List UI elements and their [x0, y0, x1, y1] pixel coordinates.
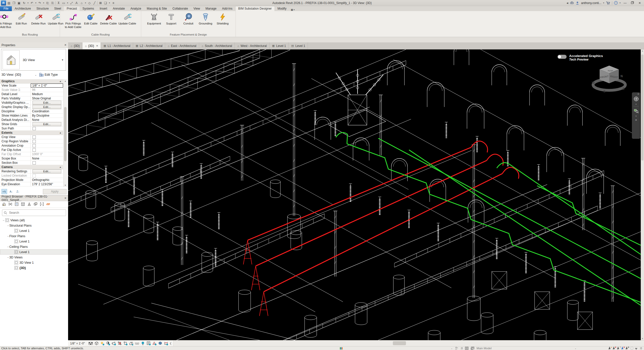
search-input[interactable] [9, 211, 64, 215]
qat-caret-icon[interactable]: ▾ [35, 1, 37, 5]
property-value[interactable]: 1000' 0" [31, 152, 63, 156]
edit-button[interactable]: Edit... [33, 122, 61, 126]
account-name[interactable]: anthony.conti... [581, 1, 601, 5]
visual-style-icon[interactable] [94, 341, 99, 345]
drawing-viewport[interactable]: Accelerated Graphics Tech Preview TOPFRO… [68, 49, 641, 340]
worksharing-icon[interactable] [340, 347, 343, 349]
pin-icon[interactable]: ⊼ [56, 1, 61, 5]
section-header-extents[interactable]: Extents▲ [0, 131, 63, 135]
checkbox[interactable] [33, 127, 36, 130]
properties-header[interactable]: Properties ✕ [0, 42, 68, 48]
ribbon-tab-view[interactable]: View [191, 6, 203, 11]
temporary-view-properties-icon[interactable] [147, 341, 151, 345]
edit-run-button[interactable]: Edit Run [13, 12, 30, 26]
browser-search-box[interactable] [2, 209, 66, 216]
ribbon-tab-annotate[interactable]: Annotate [110, 6, 128, 11]
project-browser-header[interactable]: Project Browser - PREFIX-138-01-0001_Sim… [0, 196, 68, 201]
drag-on-selection-icon[interactable]: ✛ [626, 347, 629, 350]
browser-groups-icon[interactable] [34, 202, 38, 207]
crop-region-icon[interactable] [123, 341, 128, 345]
support-button[interactable]: Support [163, 12, 180, 26]
navbar-close-icon[interactable]: ✕ [637, 93, 639, 95]
checkbox[interactable] [33, 140, 36, 143]
worksets-caret-icon[interactable]: ⌄ [451, 347, 453, 349]
ribbon-tab-precast[interactable]: Precast [64, 6, 80, 11]
selection-filter-icon[interactable] [635, 348, 637, 350]
sun-path-icon[interactable] [100, 341, 104, 345]
close-hidden-windows-icon[interactable]: ⊠ [98, 1, 103, 5]
browser-links-icon[interactable] [46, 202, 50, 207]
tree-collapse-icon[interactable]: − [7, 224, 9, 227]
edit-button[interactable]: Edit... [33, 169, 61, 173]
tree-item-3d-views[interactable]: −3D Views [0, 255, 68, 260]
sync-icon[interactable]: ↻ [22, 1, 26, 5]
select-by-face-icon[interactable]: ✕ [622, 347, 625, 350]
switch-windows-icon[interactable]: ❏ [103, 1, 108, 5]
crop-view-icon[interactable] [118, 341, 122, 345]
account-caret-icon[interactable]: ▾ [603, 2, 604, 4]
checkbox[interactable] [33, 144, 36, 147]
property-value[interactable]: None [31, 156, 63, 160]
view-tab--3d-[interactable]: ⌂{3D} [68, 42, 82, 49]
view-tab-level-1[interactable]: ▦Level 1 [270, 42, 289, 49]
instance-caret-icon[interactable]: ⌄ [35, 73, 37, 76]
view-tab-south-architectural[interactable]: ⌂South - Architectural [199, 42, 235, 49]
undo-icon[interactable]: ↶ [30, 1, 34, 5]
view-tab-level-1[interactable]: ▤Level 1 [289, 42, 308, 49]
steering-wheel-icon[interactable] [634, 96, 639, 102]
workset-dialog-icon[interactable] [465, 347, 469, 350]
pick-fittings-to-add-bus-button[interactable]: Pick Fittings to Add Bus [0, 12, 13, 30]
equipment-button[interactable]: Equipment [145, 12, 163, 26]
view-tab-l2-architectural[interactable]: ▦L2 - Architectural [133, 42, 165, 49]
type-selector[interactable]: 3D View ▼ [1, 49, 66, 71]
avatar-icon[interactable] [576, 1, 579, 5]
canvas-vertical-scrollbar[interactable]: ▲ ▼ [641, 49, 644, 340]
navbar-caret-icon[interactable]: ▼ [635, 115, 637, 117]
apply-button[interactable]: Apply [43, 189, 67, 194]
property-value[interactable]: By Discipline [31, 114, 63, 118]
accelerated-graphics-toggle[interactable] [558, 55, 567, 59]
ribbon-tab-collaborate[interactable]: Collaborate [170, 6, 191, 11]
reveal-hidden-icon[interactable] [141, 341, 145, 345]
property-value[interactable]: Coordination [31, 109, 63, 113]
tag-icon[interactable]: ◇ [87, 1, 92, 5]
browser-refs-icon[interactable] [40, 202, 44, 207]
ribbon-tab-massing-site[interactable]: Massing & Site [144, 6, 170, 11]
qat-caret-icon[interactable]: ▾ [67, 1, 69, 5]
zoom-tool-icon[interactable] [634, 108, 639, 114]
properties-close-icon[interactable]: ✕ [64, 43, 67, 47]
tree-collapse-icon[interactable]: − [7, 256, 9, 259]
minimize-button[interactable]: — [622, 1, 628, 5]
editable-only-icon[interactable] [455, 347, 458, 350]
edit-cable-button[interactable]: Edit Cable [82, 12, 99, 26]
ribbon-tab-structure[interactable]: Structure [34, 6, 51, 11]
ribbon-tab-add-ins[interactable]: Add-Ins [219, 6, 235, 11]
navbar-options-icon[interactable]: ≡ [635, 118, 637, 121]
help-caret-icon[interactable]: ▾ [620, 2, 621, 4]
workset-caret-icon[interactable]: ⌄ [575, 347, 576, 349]
qat-caret-icon[interactable]: ▾ [84, 1, 86, 5]
canvas-scroll-down-icon[interactable]: ▼ [641, 337, 644, 340]
tree-item-level-1[interactable]: Level 1 [0, 239, 68, 244]
scroll-down-icon[interactable]: ▼ [64, 183, 67, 187]
sort-az-icon[interactable]: A↓ [8, 189, 14, 194]
tree-item-level-1[interactable]: Level 1 [0, 249, 68, 255]
ribbon-tab-systems[interactable]: Systems [80, 6, 97, 11]
view-control-collapse-icon[interactable]: ❮ [168, 342, 173, 345]
conduit-button[interactable]: Conduit [180, 12, 197, 26]
ribbon-tab-bim-substation-designer[interactable]: BIM Substation Designer [235, 6, 275, 11]
tree-collapse-icon[interactable]: − [2, 219, 5, 222]
store-cart-icon[interactable] [606, 1, 610, 5]
ribbon-display-caret-icon[interactable]: ▾ [294, 9, 295, 11]
search-icon[interactable] [570, 1, 574, 5]
select-pinned-icon[interactable]: ⊺ [618, 347, 620, 350]
text-icon[interactable]: A [74, 1, 79, 5]
view-tab-east-architectural[interactable]: ⌂East - Architectural [165, 42, 199, 49]
qat-caret-icon[interactable]: ▾ [43, 1, 45, 5]
transfer-icon[interactable]: ⎘ [50, 1, 55, 5]
tree-item--3d-[interactable]: {3D} [0, 265, 68, 271]
render-icon[interactable] [112, 341, 116, 345]
property-value[interactable]: 179' 2 123/256" [31, 182, 63, 186]
canvas-scroll-thumb[interactable] [641, 55, 643, 160]
select-underlay-icon[interactable]: ✕ [613, 347, 616, 350]
